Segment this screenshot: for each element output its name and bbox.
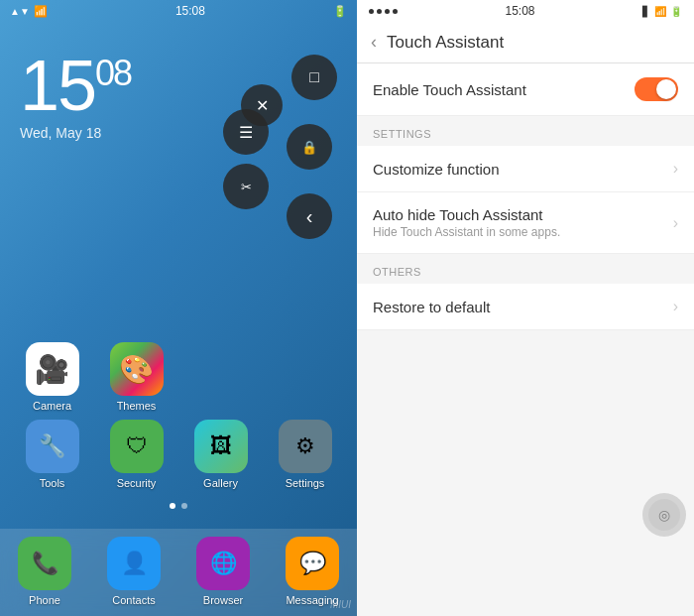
app-item-themes[interactable]: 🎨 Themes [101, 342, 173, 412]
phone-screen: ▲▼ 📶 15:08 🔋 1508 Wed, May 18 □ ☰ 🔒 ✕ ✂ … [0, 0, 357, 616]
signal-dot-1 [369, 9, 374, 14]
phone-status-bar: ▲▼ 📶 15:08 🔋 [0, 0, 357, 22]
app-item-camera[interactable]: 🎥 Camera [17, 342, 88, 412]
settings-status-bar: 15:08 ▋ 📶 🔋 [357, 0, 694, 22]
ta-close-button[interactable]: ✕ [241, 84, 283, 126]
settings-content: Enable Touch Assistant SETTINGS Customiz… [357, 63, 694, 616]
signal-dot-3 [385, 9, 390, 14]
settings-status-icons: ▋ 📶 🔋 [642, 6, 682, 17]
app-item-settings[interactable]: ⚙ Settings [270, 420, 341, 489]
auto-hide-content: Auto hide Touch Assistant Hide Touch Ass… [373, 206, 673, 239]
wifi-icon: ▲▼ [10, 6, 30, 17]
app-grid: 🎥 Camera 🎨 Themes 🔧 Tools 🛡 Security 🖼 [0, 342, 357, 497]
phone-icon: 📞 [18, 537, 71, 590]
settings-status-time: 15:08 [505, 4, 534, 18]
dock-item-browser[interactable]: 🌐 Browser [187, 537, 259, 606]
restore-default-chevron: › [673, 298, 678, 315]
dot-active [170, 503, 175, 509]
touch-assistant-menu: □ ☰ 🔒 ✕ ✂ ‹ [218, 55, 337, 273]
themes-label: Themes [117, 400, 157, 412]
back-button[interactable]: ‹ [371, 32, 377, 53]
camera-icon: 🎥 [26, 342, 79, 396]
settings-panel: 15:08 ▋ 📶 🔋 ‹ Touch Assistant Enable Tou… [357, 0, 694, 616]
auto-hide-subtitle: Hide Touch Assistant in some apps. [373, 225, 673, 239]
dot-inactive [181, 503, 187, 509]
themes-icon: 🎨 [110, 342, 164, 396]
contacts-icon: 👤 [107, 537, 161, 590]
app-row-2: 🔧 Tools 🛡 Security 🖼 Gallery ⚙ Settings [10, 420, 347, 489]
signal-dot-2 [377, 9, 382, 14]
floating-ta-button[interactable]: ◎ [642, 493, 686, 537]
signal-dot-4 [393, 9, 398, 14]
auto-hide-chevron: › [673, 214, 678, 232]
browser-icon: 🌐 [196, 537, 250, 590]
app-row-1: 🎥 Camera 🎨 Themes [10, 342, 347, 412]
contacts-label: Contacts [112, 594, 155, 606]
floating-ta-icon: ◎ [658, 507, 670, 523]
enable-toggle-row: Enable Touch Assistant [357, 63, 694, 116]
section-label-others: OTHERS [357, 254, 694, 284]
settings-header: ‹ Touch Assistant [357, 22, 694, 63]
customize-function-chevron: › [673, 160, 678, 178]
settings-signal-icon: ▋ [642, 6, 650, 17]
restore-default-title: Restore to default [373, 299, 673, 315]
phone-status-left: ▲▼ 📶 [10, 5, 48, 18]
enable-toggle-label: Enable Touch Assistant [373, 81, 526, 98]
phone-status-time: 15:08 [175, 4, 205, 18]
battery-icon: 🔋 [333, 5, 347, 18]
toggle-knob [656, 79, 676, 99]
customize-function-content: Customize function [373, 161, 673, 178]
camera-label: Camera [33, 400, 71, 412]
clock-hour: 15 [20, 46, 95, 125]
app-item-gallery[interactable]: 🖼 Gallery [185, 420, 257, 489]
messaging-icon: 💬 [286, 537, 339, 590]
app-item-security[interactable]: 🛡 Security [101, 420, 173, 489]
section-label-settings: SETTINGS [357, 116, 694, 146]
bottom-dock: 📞 Phone 👤 Contacts 🌐 Browser 💬 Messaging [0, 529, 357, 616]
clock-date: Wed, May 18 [20, 125, 131, 141]
phone-status-right: 🔋 [333, 5, 347, 18]
dock-item-contacts[interactable]: 👤 Contacts [98, 537, 170, 606]
clock-minute: 08 [95, 53, 131, 93]
browser-label: Browser [203, 594, 243, 606]
customize-function-item[interactable]: Customize function › [357, 146, 694, 192]
settings-wifi-icon: 📶 [654, 6, 666, 17]
app-item-tools[interactable]: 🔧 Tools [17, 420, 88, 489]
auto-hide-item[interactable]: Auto hide Touch Assistant Hide Touch Ass… [357, 192, 694, 254]
restore-default-item[interactable]: Restore to default › [357, 284, 694, 330]
restore-default-content: Restore to default [373, 299, 673, 315]
miui-watermark: MIUI [330, 599, 351, 610]
settings-icon: ⚙ [279, 420, 332, 473]
ta-square-button[interactable]: □ [291, 55, 337, 100]
tools-icon: 🔧 [26, 420, 79, 473]
signal-bars-icon: 📶 [34, 5, 48, 18]
security-label: Security [117, 477, 157, 489]
dock-item-messaging[interactable]: 💬 Messaging [277, 537, 348, 606]
page-dots [0, 503, 357, 509]
tools-label: Tools [40, 477, 65, 489]
clock-display: 1508 [20, 50, 131, 121]
ta-screenshot-button[interactable]: ✂ [223, 164, 269, 209]
clock-area: 1508 Wed, May 18 [20, 50, 131, 141]
settings-battery-icon: 🔋 [670, 6, 682, 17]
settings-page-title: Touch Assistant [387, 33, 504, 53]
signal-dots [369, 9, 398, 14]
settings-label: Settings [286, 477, 325, 489]
gallery-icon: 🖼 [194, 420, 248, 473]
ta-lock-button[interactable]: 🔒 [287, 124, 332, 170]
enable-toggle-switch[interactable] [635, 77, 678, 101]
floating-ta-inner: ◎ [648, 499, 680, 531]
dock-row: 📞 Phone 👤 Contacts 🌐 Browser 💬 Messaging [0, 537, 357, 606]
auto-hide-title: Auto hide Touch Assistant [373, 206, 673, 223]
ta-back-button[interactable]: ‹ [287, 193, 332, 239]
phone-label: Phone [29, 594, 60, 606]
gallery-label: Gallery [203, 477, 238, 489]
customize-function-title: Customize function [373, 161, 673, 178]
dock-item-phone[interactable]: 📞 Phone [9, 537, 80, 606]
security-icon: 🛡 [110, 420, 164, 473]
